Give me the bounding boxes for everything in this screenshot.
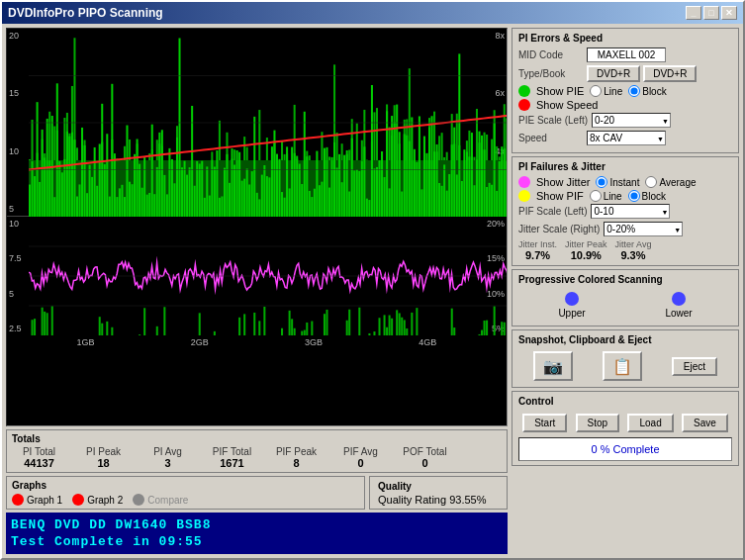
jitter-color-dot: [518, 176, 530, 188]
graphs-box: Graphs Graph 1 Graph 2 Compare: [6, 476, 365, 510]
jitter-instant-radio[interactable]: [596, 176, 607, 188]
title-bar: DVDInfoPro PIPO Scanning _ □ ✕: [2, 2, 743, 24]
y-axis-bottom-left: 10 7.5 5 2.5: [7, 217, 29, 335]
pif-scale-wrapper: 0-10 0-20: [591, 204, 670, 219]
totals-pi-total: PI Total 44137: [12, 446, 66, 469]
chart-bottom: 10 7.5 5 2.5 20% 15% 10% 5%: [7, 217, 507, 335]
compare-item[interactable]: Compare: [133, 494, 188, 506]
content-area: 20 15 10 5 8x 6x 4x 2x: [2, 24, 743, 558]
bottom-chart-canvas: [29, 217, 508, 335]
pie-color-dot: [518, 85, 530, 97]
prog-scan-row: Upper Lower: [518, 289, 732, 322]
pif-block-label[interactable]: Block: [628, 190, 666, 202]
load-button[interactable]: Load: [627, 414, 673, 432]
show-speed-row: Show Speed: [518, 99, 732, 111]
jitter-scale-label: Jitter Scale (Right): [518, 224, 600, 234]
top-chart-canvas: [29, 29, 508, 217]
close-button[interactable]: ✕: [721, 6, 737, 20]
start-button[interactable]: Start: [522, 414, 567, 432]
control-row: Start Stop Load Save: [518, 411, 732, 435]
main-window: DVDInfoPro PIPO Scanning _ □ ✕ 20 15 10 …: [0, 0, 745, 560]
progressive-title: Progressive Colored Scanning: [518, 274, 732, 285]
progress-container: 0 % Complete: [518, 437, 732, 461]
pie-block-radio[interactable]: [628, 85, 640, 97]
mid-code-label: MID Code: [518, 49, 583, 60]
show-pie-row: Show PIE Line Block: [518, 85, 732, 97]
control-section: Control Start Stop Load Save 0 % Complet…: [512, 391, 739, 466]
jitter-scale-row: Jitter Scale (Right) 0-20% 0-30%: [518, 222, 732, 236]
speed-select[interactable]: 8x CAV 4x CAV: [587, 131, 666, 145]
type-book-label: Type/Book: [518, 68, 583, 79]
jitter-average-label[interactable]: Average: [645, 176, 696, 188]
upper-item[interactable]: Upper: [558, 292, 585, 319]
progress-text: 0 % Complete: [591, 443, 659, 455]
pi-failures-title: PI Failures & Jitter: [518, 161, 732, 172]
lower-item[interactable]: Lower: [665, 292, 692, 319]
x-axis: 1GB 2GB 3GB 4GB: [7, 335, 507, 349]
lcd-line2: Test Complete in 09:55: [11, 534, 203, 549]
jitter-peak-col: Jitter Peak 10.9%: [565, 239, 607, 261]
graphs-title: Graphs: [12, 480, 359, 491]
graph2-dot: [72, 494, 84, 506]
jitter-inst-label: Jitter Inst.: [518, 239, 557, 249]
lower-circle: [672, 292, 686, 306]
jitter-scale-select[interactable]: 0-20% 0-30%: [604, 222, 683, 236]
upper-circle: [565, 292, 579, 306]
title-bar-buttons: _ □ ✕: [686, 6, 737, 20]
totals-pif-total: PIF Total 1671: [205, 446, 259, 469]
camera-icon: 📷: [543, 357, 563, 376]
mid-code-row: MID Code MAXELL 002: [518, 47, 732, 62]
type-dvdr-btn[interactable]: DVD+R: [643, 65, 697, 82]
jitter-average-radio[interactable]: [645, 176, 657, 188]
graph1-item[interactable]: Graph 1: [12, 494, 62, 506]
jitter-avg-col: Jitter Avg 9.3%: [615, 239, 652, 261]
quality-title: Quality: [378, 481, 499, 492]
lcd-line1: BENQ DVD DD DW1640 BSB8: [11, 517, 211, 532]
pif-line-label[interactable]: Line: [590, 190, 622, 202]
speed-label: Speed: [518, 133, 583, 143]
jitter-scale-wrapper: 0-20% 0-30%: [604, 222, 683, 236]
type-book-btns: DVD+R DVD+R: [587, 65, 697, 82]
clipboard-button[interactable]: 📋: [603, 351, 642, 381]
jitter-instant-label[interactable]: Instant: [596, 176, 639, 188]
show-pif-label: Show PIF: [536, 190, 584, 202]
save-button[interactable]: Save: [682, 414, 728, 432]
totals-pof-total: POF Total 0: [398, 446, 452, 469]
eject-button[interactable]: Eject: [672, 357, 717, 376]
show-jitter-row: Show Jitter Instant Average: [518, 176, 732, 188]
minimize-button[interactable]: _: [686, 6, 701, 20]
type-book-row: Type/Book DVD+R DVD+R: [518, 65, 732, 82]
right-panel: PI Errors & Speed MID Code MAXELL 002 Ty…: [512, 28, 739, 554]
pie-line-radio-label[interactable]: Line: [590, 85, 622, 97]
type-dvdpr-btn[interactable]: DVD+R: [587, 65, 640, 82]
pi-failures-section: PI Failures & Jitter Show Jitter Instant…: [512, 156, 739, 266]
pif-block-radio[interactable]: [628, 190, 640, 202]
totals-box: Totals PI Total 44137 PI Peak 18 PI Avg …: [6, 429, 508, 473]
pif-scale-row: PIF Scale (Left) 0-10 0-20: [518, 204, 732, 219]
jitter-values-row: Jitter Inst. 9.7% Jitter Peak 10.9% Jitt…: [518, 239, 732, 261]
graph1-label: Graph 1: [27, 495, 62, 506]
pif-line-radio[interactable]: [590, 190, 602, 202]
totals-title: Totals: [12, 433, 502, 444]
graph2-item[interactable]: Graph 2: [72, 494, 123, 506]
pie-line-radio[interactable]: [590, 85, 602, 97]
stop-button[interactable]: Stop: [576, 414, 620, 432]
jitter-avg-label: Jitter Avg: [615, 239, 652, 249]
jitter-peak-label: Jitter Peak: [565, 239, 607, 249]
camera-button[interactable]: 📷: [533, 351, 573, 381]
window-title: DVDInfoPro PIPO Scanning: [8, 6, 163, 20]
show-speed-label: Show Speed: [536, 99, 598, 111]
lower-label: Lower: [665, 308, 692, 319]
compare-label: Compare: [147, 495, 188, 506]
pie-block-radio-label[interactable]: Block: [628, 85, 666, 97]
show-jitter-label: Show Jitter: [536, 176, 590, 188]
show-pif-row: Show PIF Line Block: [518, 190, 732, 202]
pif-scale-select[interactable]: 0-10 0-20: [591, 204, 670, 219]
maximize-button[interactable]: □: [703, 6, 719, 20]
chart-top: 20 15 10 5 8x 6x 4x 2x: [7, 29, 507, 217]
pie-scale-select[interactable]: 0-20 0-50 0-100: [592, 113, 671, 128]
quality-value: Quality Rating 93.55%: [378, 494, 499, 506]
graph2-label: Graph 2: [87, 495, 123, 506]
speed-wrapper: 8x CAV 4x CAV: [587, 131, 666, 145]
totals-pif-avg: PIF Avg 0: [333, 446, 388, 469]
